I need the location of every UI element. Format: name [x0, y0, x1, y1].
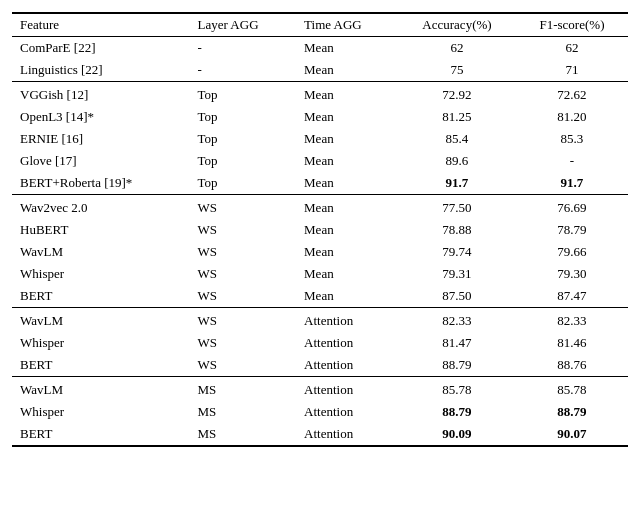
- table-row: ERNIE [16]TopMean85.485.3: [12, 128, 628, 150]
- comparison-table: Feature Layer AGG Time AGG Accuracy(%) F…: [12, 12, 628, 447]
- table-row: Glove [17]TopMean89.6-: [12, 150, 628, 172]
- table-row: Linguistics [22]-Mean7571: [12, 59, 628, 82]
- table-row: BERTWSAttention88.7988.76: [12, 354, 628, 377]
- header-feature: Feature: [12, 13, 190, 37]
- table-row: WhisperWSMean79.3179.30: [12, 263, 628, 285]
- table-row: WhisperMSAttention88.7988.79: [12, 401, 628, 423]
- table-row: BERT+Roberta [19]*TopMean91.791.7: [12, 172, 628, 195]
- header-f1: F1-score(%): [516, 13, 628, 37]
- header-layer-agg: Layer AGG: [190, 13, 297, 37]
- header-time-agg: Time AGG: [296, 13, 398, 37]
- table-row: WavLMMSAttention85.7885.78: [12, 377, 628, 402]
- table-row: OpenL3 [14]*TopMean81.2581.20: [12, 106, 628, 128]
- header-accuracy: Accuracy(%): [398, 13, 516, 37]
- table-row: WhisperWSAttention81.4781.46: [12, 332, 628, 354]
- table-row: WavLMWSMean79.7479.66: [12, 241, 628, 263]
- table-row: VGGish [12]TopMean72.9272.62: [12, 82, 628, 107]
- table-row: BERTWSMean87.5087.47: [12, 285, 628, 308]
- table-row: ComParE [22]-Mean6262: [12, 37, 628, 60]
- table-row: WavLMWSAttention82.3382.33: [12, 308, 628, 333]
- table-row: BERTMSAttention90.0990.07: [12, 423, 628, 446]
- table-row: HuBERTWSMean78.8878.79: [12, 219, 628, 241]
- table-row: Wav2vec 2.0WSMean77.5076.69: [12, 195, 628, 220]
